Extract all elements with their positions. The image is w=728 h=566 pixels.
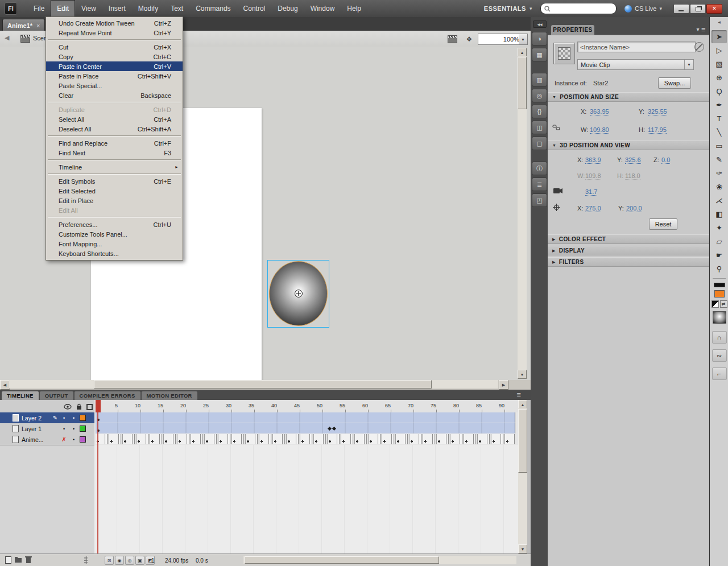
timeline-ruler[interactable]: 51015202530354045505560657075808590 [94,400,519,413]
vanishing-x-value[interactable]: 275.0 [585,205,601,212]
edit-menu-item[interactable]: Keyboard Shortcuts... [46,249,183,258]
x-value[interactable]: 363.95 [590,108,609,115]
edit-menu-item[interactable]: Edit Selected [46,186,183,196]
edit-menu-item[interactable]: Font Mapping... [46,239,183,249]
timeline-tab[interactable]: MOTION EDITOR [142,391,197,400]
menubar-item[interactable]: Insert [102,0,132,17]
layer-outline-color-swatch[interactable] [80,436,86,443]
edit-menu-item[interactable]: Edit All [46,205,183,215]
scroll-thumb[interactable] [518,409,527,473]
flash-app-icon[interactable]: Fl [5,2,17,15]
scroll-down-button[interactable]: ▼ [518,370,527,379]
scroll-up-button[interactable]: ▲ [518,48,527,57]
symbol-type-dropdown[interactable]: Movie Clip ▼ [577,59,694,70]
vanishing-y-value[interactable]: 200.0 [626,205,642,212]
library-panel-icon[interactable]: ◰ [532,193,547,207]
menubar-item[interactable]: View [75,0,102,17]
frame-rate-value[interactable]: 24.00 fps [165,557,188,564]
stage-vertical-scrollbar[interactable]: ▲ ▼ [518,48,527,379]
timeline-horizontal-scrollbar[interactable] [243,556,516,564]
timeline-tab[interactable]: OUTPUT [40,391,73,400]
info-panel-icon[interactable]: ⓘ [532,162,547,175]
lasso-tool[interactable]: Ϙ [712,85,727,98]
color-panel-icon[interactable]: ◑ [532,32,547,46]
instance-name-field[interactable]: <Instance Name> [577,42,696,52]
onion-skin-outlines-button[interactable]: ◎ [125,556,134,565]
layer-row-layer1[interactable]: Layer 1 • • [0,423,94,435]
paint-bucket-tool[interactable]: ◧ [712,208,727,221]
edit-menu-item[interactable]: Find Next F3 [46,148,183,158]
back-button[interactable]: ◀ [5,34,9,42]
menubar-item[interactable]: Debug [271,0,304,17]
subselection-tool[interactable]: ▷ [712,44,727,57]
menubar-item[interactable]: Control [237,0,272,17]
layer-row-layer2[interactable]: Layer 2 ✎ • • [0,412,94,424]
restore-button[interactable] [690,4,706,14]
edit-menu-item[interactable]: Timeline [46,162,183,172]
edit-menu-item[interactable]: Edit in Place [46,196,183,205]
onion-skin-button[interactable]: ◉ [115,556,124,565]
snap-to-objects-button[interactable]: ∩ [712,331,727,344]
zoom-dropdown-arrow[interactable]: ▼ [519,34,528,45]
collapse-dock-button[interactable]: ◀◀ [533,20,547,28]
playhead-line[interactable] [97,400,98,553]
rectangle-tool[interactable]: ▭ [712,139,727,152]
brush-tool[interactable]: ✑ [712,167,727,180]
edit-menu-item[interactable]: Paste Special... [46,81,183,90]
close-button[interactable]: ✕ [706,4,722,14]
edit-menu-item[interactable] [46,215,183,220]
selection-tool[interactable]: ➤ [712,30,727,43]
timeline-tab[interactable]: TIMELINE [2,391,39,400]
edit-menu-item[interactable]: Edit Symbols Ctrl+E [46,176,183,186]
new-layer-button[interactable] [3,556,13,564]
edit-multiple-frames-button[interactable]: ▣ [135,556,144,565]
edit-menu-item[interactable]: Repeat Move Point Ctrl+Y [46,28,183,38]
align-panel-icon[interactable]: ▥ [532,73,547,86]
components-panel-icon[interactable]: ◫ [532,121,547,134]
reset-button[interactable]: Reset [649,218,677,230]
scene-icon[interactable] [20,35,30,43]
deco-tool[interactable]: ❀ [712,180,727,193]
layer-name[interactable]: Layer 1 [22,425,51,432]
edit-scene-button[interactable] [445,34,460,45]
registration-point-icon[interactable] [295,290,303,298]
show-layers-as-outlines-icon[interactable] [86,404,93,410]
black-and-white-button[interactable] [712,300,719,308]
stage-horizontal-scrollbar[interactable]: ◀ ▶ [0,380,531,390]
collapse-tools-button[interactable]: ◀ [715,19,723,24]
edit-menu-item[interactable]: Paste in Center Ctrl+V [46,61,183,71]
menubar-item[interactable]: Edit [51,0,75,17]
layer-visibility-dot[interactable]: • [59,426,69,432]
3d-z-value[interactable]: 0.0 [661,156,670,164]
transform-panel-icon[interactable]: ▢ [532,137,547,150]
edit-menu-item[interactable]: Deselect All Ctrl+Shift+A [46,124,183,134]
eyedropper-tool[interactable]: ✦ [712,221,727,234]
layer-row-anime[interactable]: Anime... ✗ • [0,434,94,445]
edit-menu-item[interactable] [46,134,183,138]
y-value[interactable]: 325.55 [648,108,667,115]
layer-visibility-dot[interactable]: • [59,415,69,421]
scroll-down-button[interactable]: ▼ [518,544,527,553]
scroll-right-button[interactable]: ▶ [499,380,508,390]
perspective-angle-value[interactable]: 31.7 [585,188,597,196]
pencil-tool[interactable]: ✎ [712,153,727,166]
edit-menu-item[interactable] [46,172,183,176]
new-folder-button[interactable] [14,556,23,564]
edit-menu-item[interactable] [46,158,183,162]
minimize-button[interactable] [673,4,689,14]
layer-lock-dot[interactable]: • [69,437,78,443]
scroll-thumb[interactable] [518,57,527,109]
menubar-item[interactable]: Commands [189,0,237,17]
scroll-thumb[interactable] [94,380,432,389]
layers-panel-icon[interactable]: ≣ [532,177,547,191]
collapsed-section-header[interactable]: ▶ FILTERS [548,257,709,267]
zoom-input[interactable]: 100% [478,34,522,45]
layer-name[interactable]: Anime... [22,436,51,443]
show-hide-all-layers-icon[interactable] [64,404,72,410]
menubar-item[interactable]: Help [341,0,367,17]
w-value[interactable]: 109.80 [590,126,609,134]
menubar-item[interactable]: Text [164,0,189,17]
empty-frame-area[interactable] [94,445,518,553]
edit-menu-item[interactable]: Clear Backspace [46,90,183,100]
collapsed-section-header[interactable]: ▶ COLOR EFFECT [548,234,709,244]
